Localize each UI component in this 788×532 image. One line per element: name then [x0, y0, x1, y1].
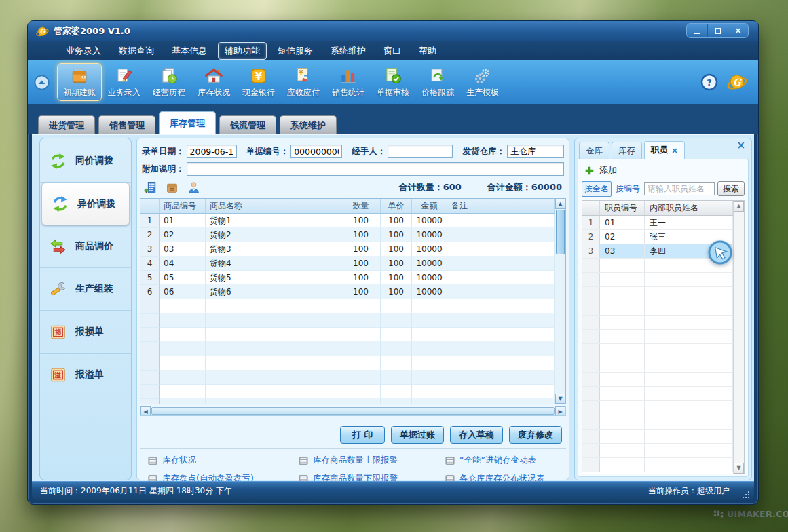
hscroll-thumb[interactable]	[151, 407, 555, 415]
item-row-3[interactable]: 303货物310010010000	[140, 242, 555, 256]
sidebar-item-1[interactable]: 同价调拨	[40, 140, 131, 183]
building-icon[interactable]	[143, 180, 157, 195]
staff-row-empty[interactable]	[582, 273, 733, 287]
menu-item-4[interactable]: 辅助功能	[218, 42, 267, 60]
staff-row-empty[interactable]	[582, 444, 733, 458]
sidebar-item-4[interactable]: 生产组装	[40, 268, 131, 311]
filter-by-code-button[interactable]: 按编号	[614, 182, 641, 196]
menu-item-1[interactable]: 业务录入	[59, 42, 108, 60]
help-icon[interactable]: ?	[700, 73, 718, 91]
staff-panel-tab-3[interactable]: 职员×	[644, 141, 685, 159]
toolbar-item-5[interactable]: ¥现金银行	[236, 63, 281, 101]
toolbar-item-1[interactable]: 初期建账	[57, 63, 102, 101]
staff-row-empty[interactable]	[582, 373, 733, 387]
menu-item-2[interactable]: 数据查询	[112, 42, 161, 60]
staff-row-empty[interactable]	[582, 316, 733, 330]
module-tab-2[interactable]: 销售管理	[98, 115, 155, 134]
staff-panel-tab-2[interactable]: 库存	[612, 142, 642, 159]
minimize-button[interactable]	[687, 24, 707, 37]
toolbar-item-7[interactable]: 销售统计	[326, 63, 371, 101]
toolbar-item-10[interactable]: 生产模板	[460, 63, 505, 101]
staff-search-input[interactable]	[644, 182, 715, 195]
scroll-left-icon[interactable]: ◀	[140, 406, 151, 415]
scroll-thumb[interactable]	[556, 210, 565, 254]
item-row-4[interactable]: 404货物410010010000	[140, 256, 555, 271]
module-tab-4[interactable]: 钱流管理	[219, 115, 276, 134]
item-row-empty[interactable]	[140, 342, 555, 356]
menu-item-6[interactable]: 系统维护	[324, 42, 373, 60]
tab-close-icon[interactable]: ×	[671, 146, 678, 155]
staff-row-empty[interactable]	[582, 301, 733, 316]
items-horizontal-scrollbar[interactable]: ◀ ▶	[140, 406, 566, 416]
scroll-up-icon[interactable]: ▲	[555, 199, 565, 209]
filter-by-name-button[interactable]: 按全名	[582, 181, 612, 197]
item-row-1[interactable]: 101货物110010010000	[140, 214, 555, 228]
sidebar-item-6[interactable]: 溢报溢单	[40, 354, 131, 396]
staff-row-empty[interactable]	[582, 415, 733, 430]
staff-row-empty[interactable]	[582, 330, 733, 344]
item-row-5[interactable]: 505货物510010010000	[140, 271, 555, 285]
staff-row-empty[interactable]	[582, 430, 733, 444]
order-date-input[interactable]	[187, 145, 237, 158]
handler-input[interactable]	[388, 145, 453, 158]
action-button-4[interactable]: 废弃修改	[509, 426, 562, 444]
item-row-empty[interactable]	[140, 314, 555, 328]
scroll-down-icon[interactable]: ▼	[734, 463, 744, 474]
staff-vertical-scrollbar[interactable]: ▲ ▼	[733, 201, 744, 474]
module-tab-5[interactable]: 系统维护	[280, 115, 337, 134]
doc-number-input[interactable]	[290, 145, 342, 158]
action-button-1[interactable]: 打 印	[340, 426, 385, 444]
staff-row-empty[interactable]	[582, 344, 733, 358]
item-row-empty[interactable]	[140, 299, 555, 314]
item-row-empty[interactable]	[140, 399, 555, 404]
items-vertical-scrollbar[interactable]: ▲ ▼	[555, 199, 565, 404]
warehouse-input[interactable]	[507, 145, 564, 158]
item-row-6[interactable]: 606货物610010010000	[140, 285, 555, 299]
maximize-button[interactable]	[707, 24, 728, 37]
staff-panel-tab-1[interactable]: 仓库	[579, 142, 609, 159]
quick-link-r1c1[interactable]: 库存状况	[147, 455, 298, 466]
scroll-right-icon[interactable]: ▶	[555, 406, 565, 415]
sidebar-item-3[interactable]: 商品调价	[40, 225, 131, 268]
action-button-3[interactable]: 存入草稿	[450, 426, 503, 444]
scroll-up-icon[interactable]: ▲	[734, 201, 744, 212]
sidebar-item-5[interactable]: 损报损单	[40, 311, 131, 354]
item-row-empty[interactable]	[140, 385, 555, 399]
add-staff-button[interactable]: 添加	[584, 164, 617, 176]
item-row-empty[interactable]	[140, 328, 555, 342]
menu-item-8[interactable]: 帮助	[412, 42, 443, 60]
menu-item-7[interactable]: 窗口	[377, 42, 408, 60]
toolbar-item-9[interactable]: 价格跟踪	[415, 63, 460, 101]
close-button[interactable]: ×	[728, 24, 748, 37]
person-icon[interactable]	[187, 180, 201, 195]
staff-row-empty[interactable]	[582, 458, 733, 472]
scroll-down-icon[interactable]: ▼	[555, 394, 565, 404]
staff-row-1[interactable]: 101王一	[582, 216, 733, 230]
toolbar-item-8[interactable]: 单据审核	[371, 63, 415, 101]
toolbar-item-6[interactable]: ¥应收应付	[281, 63, 326, 101]
quick-link-r1c2[interactable]: 库存商品数量上限报警	[298, 455, 445, 466]
item-row-empty[interactable]	[140, 370, 555, 385]
staff-row-empty[interactable]	[582, 287, 733, 301]
staff-row-empty[interactable]	[582, 387, 733, 401]
toolbar-item-4[interactable]: 库存状况	[191, 63, 236, 101]
module-tab-1[interactable]: 进货管理	[38, 115, 95, 134]
panel-close-icon[interactable]: ×	[736, 140, 745, 151]
action-button-2[interactable]: 单据过账	[391, 426, 444, 444]
menu-item-5[interactable]: 短信服务	[271, 42, 320, 60]
package-icon[interactable]	[165, 180, 179, 195]
search-button[interactable]: 搜索	[717, 181, 745, 196]
staff-row-empty[interactable]	[582, 358, 733, 373]
note-input[interactable]	[187, 162, 565, 176]
module-tab-3[interactable]: 库存管理	[159, 111, 216, 134]
quick-link-r1c3[interactable]: “全能”进销存变动表	[445, 455, 566, 466]
item-row-empty[interactable]	[140, 356, 555, 370]
staff-row-empty[interactable]	[582, 401, 733, 415]
toolbar-item-2[interactable]: 业务录入	[102, 63, 147, 101]
toolbar-item-3[interactable]: 经营历程	[147, 63, 191, 101]
collapse-toolbar-button[interactable]	[33, 74, 50, 91]
sidebar-item-2[interactable]: 异价调拨	[41, 183, 130, 225]
menu-item-3[interactable]: 基本信息	[165, 42, 214, 60]
item-row-2[interactable]: 202货物210010010000	[140, 228, 555, 242]
resize-grip[interactable]	[742, 489, 750, 497]
